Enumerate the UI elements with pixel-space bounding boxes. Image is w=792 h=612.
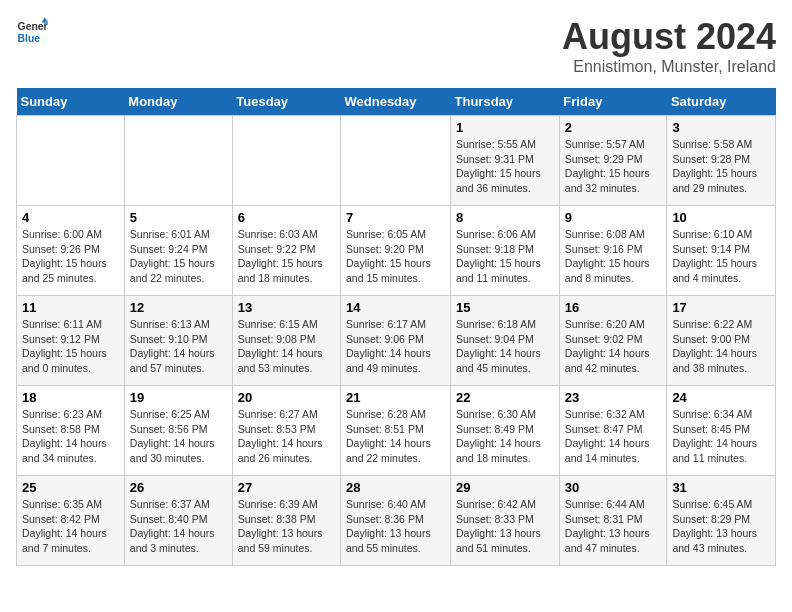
calendar-cell: 25Sunrise: 6:35 AM Sunset: 8:42 PM Dayli… [17, 476, 125, 566]
day-number: 20 [238, 390, 335, 405]
logo-icon: General Blue [16, 16, 48, 48]
day-number: 16 [565, 300, 662, 315]
calendar-cell: 21Sunrise: 6:28 AM Sunset: 8:51 PM Dayli… [341, 386, 451, 476]
header: General Blue August 2024 Ennistimon, Mun… [16, 16, 776, 76]
day-info: Sunrise: 5:58 AM Sunset: 9:28 PM Dayligh… [672, 137, 770, 196]
calendar-cell: 15Sunrise: 6:18 AM Sunset: 9:04 PM Dayli… [451, 296, 560, 386]
calendar-cell: 1Sunrise: 5:55 AM Sunset: 9:31 PM Daylig… [451, 116, 560, 206]
calendar-cell: 19Sunrise: 6:25 AM Sunset: 8:56 PM Dayli… [124, 386, 232, 476]
day-info: Sunrise: 6:28 AM Sunset: 8:51 PM Dayligh… [346, 407, 445, 466]
day-info: Sunrise: 6:35 AM Sunset: 8:42 PM Dayligh… [22, 497, 119, 556]
day-info: Sunrise: 6:34 AM Sunset: 8:45 PM Dayligh… [672, 407, 770, 466]
day-header-thursday: Thursday [451, 88, 560, 116]
day-info: Sunrise: 6:03 AM Sunset: 9:22 PM Dayligh… [238, 227, 335, 286]
days-header-row: SundayMondayTuesdayWednesdayThursdayFrid… [17, 88, 776, 116]
day-info: Sunrise: 6:01 AM Sunset: 9:24 PM Dayligh… [130, 227, 227, 286]
calendar-cell: 17Sunrise: 6:22 AM Sunset: 9:00 PM Dayli… [667, 296, 776, 386]
day-info: Sunrise: 6:10 AM Sunset: 9:14 PM Dayligh… [672, 227, 770, 286]
week-row-3: 11Sunrise: 6:11 AM Sunset: 9:12 PM Dayli… [17, 296, 776, 386]
calendar-cell: 10Sunrise: 6:10 AM Sunset: 9:14 PM Dayli… [667, 206, 776, 296]
day-info: Sunrise: 6:39 AM Sunset: 8:38 PM Dayligh… [238, 497, 335, 556]
day-header-wednesday: Wednesday [341, 88, 451, 116]
svg-text:General: General [18, 21, 48, 32]
day-info: Sunrise: 6:22 AM Sunset: 9:00 PM Dayligh… [672, 317, 770, 376]
day-number: 15 [456, 300, 554, 315]
day-info: Sunrise: 5:57 AM Sunset: 9:29 PM Dayligh… [565, 137, 662, 196]
day-number: 19 [130, 390, 227, 405]
day-number: 27 [238, 480, 335, 495]
day-info: Sunrise: 6:20 AM Sunset: 9:02 PM Dayligh… [565, 317, 662, 376]
day-number: 21 [346, 390, 445, 405]
week-row-2: 4Sunrise: 6:00 AM Sunset: 9:26 PM Daylig… [17, 206, 776, 296]
calendar-cell: 16Sunrise: 6:20 AM Sunset: 9:02 PM Dayli… [559, 296, 667, 386]
day-info: Sunrise: 6:17 AM Sunset: 9:06 PM Dayligh… [346, 317, 445, 376]
calendar-cell: 23Sunrise: 6:32 AM Sunset: 8:47 PM Dayli… [559, 386, 667, 476]
calendar-cell: 5Sunrise: 6:01 AM Sunset: 9:24 PM Daylig… [124, 206, 232, 296]
day-info: Sunrise: 6:00 AM Sunset: 9:26 PM Dayligh… [22, 227, 119, 286]
logo: General Blue [16, 16, 48, 48]
day-number: 17 [672, 300, 770, 315]
day-info: Sunrise: 6:05 AM Sunset: 9:20 PM Dayligh… [346, 227, 445, 286]
day-number: 11 [22, 300, 119, 315]
day-number: 24 [672, 390, 770, 405]
calendar-cell: 27Sunrise: 6:39 AM Sunset: 8:38 PM Dayli… [232, 476, 340, 566]
calendar-cell: 20Sunrise: 6:27 AM Sunset: 8:53 PM Dayli… [232, 386, 340, 476]
calendar-cell: 26Sunrise: 6:37 AM Sunset: 8:40 PM Dayli… [124, 476, 232, 566]
page-subtitle: Ennistimon, Munster, Ireland [562, 58, 776, 76]
day-info: Sunrise: 6:32 AM Sunset: 8:47 PM Dayligh… [565, 407, 662, 466]
day-number: 8 [456, 210, 554, 225]
day-number: 18 [22, 390, 119, 405]
day-number: 5 [130, 210, 227, 225]
day-info: Sunrise: 6:08 AM Sunset: 9:16 PM Dayligh… [565, 227, 662, 286]
day-info: Sunrise: 6:42 AM Sunset: 8:33 PM Dayligh… [456, 497, 554, 556]
day-info: Sunrise: 6:06 AM Sunset: 9:18 PM Dayligh… [456, 227, 554, 286]
calendar-cell: 3Sunrise: 5:58 AM Sunset: 9:28 PM Daylig… [667, 116, 776, 206]
calendar-cell: 6Sunrise: 6:03 AM Sunset: 9:22 PM Daylig… [232, 206, 340, 296]
day-number: 6 [238, 210, 335, 225]
day-info: Sunrise: 6:18 AM Sunset: 9:04 PM Dayligh… [456, 317, 554, 376]
day-number: 25 [22, 480, 119, 495]
calendar-cell: 14Sunrise: 6:17 AM Sunset: 9:06 PM Dayli… [341, 296, 451, 386]
day-number: 1 [456, 120, 554, 135]
calendar-cell: 18Sunrise: 6:23 AM Sunset: 8:58 PM Dayli… [17, 386, 125, 476]
day-header-saturday: Saturday [667, 88, 776, 116]
day-number: 31 [672, 480, 770, 495]
day-number: 28 [346, 480, 445, 495]
calendar-cell: 13Sunrise: 6:15 AM Sunset: 9:08 PM Dayli… [232, 296, 340, 386]
day-header-monday: Monday [124, 88, 232, 116]
day-header-friday: Friday [559, 88, 667, 116]
day-number: 23 [565, 390, 662, 405]
day-header-tuesday: Tuesday [232, 88, 340, 116]
calendar-cell: 24Sunrise: 6:34 AM Sunset: 8:45 PM Dayli… [667, 386, 776, 476]
calendar-cell [232, 116, 340, 206]
calendar-cell [17, 116, 125, 206]
day-number: 2 [565, 120, 662, 135]
day-info: Sunrise: 6:25 AM Sunset: 8:56 PM Dayligh… [130, 407, 227, 466]
day-number: 4 [22, 210, 119, 225]
calendar-cell: 30Sunrise: 6:44 AM Sunset: 8:31 PM Dayli… [559, 476, 667, 566]
day-info: Sunrise: 6:15 AM Sunset: 9:08 PM Dayligh… [238, 317, 335, 376]
day-info: Sunrise: 6:11 AM Sunset: 9:12 PM Dayligh… [22, 317, 119, 376]
day-number: 7 [346, 210, 445, 225]
calendar-cell: 7Sunrise: 6:05 AM Sunset: 9:20 PM Daylig… [341, 206, 451, 296]
calendar-cell: 4Sunrise: 6:00 AM Sunset: 9:26 PM Daylig… [17, 206, 125, 296]
day-info: Sunrise: 6:44 AM Sunset: 8:31 PM Dayligh… [565, 497, 662, 556]
day-info: Sunrise: 6:30 AM Sunset: 8:49 PM Dayligh… [456, 407, 554, 466]
day-number: 30 [565, 480, 662, 495]
calendar-cell: 12Sunrise: 6:13 AM Sunset: 9:10 PM Dayli… [124, 296, 232, 386]
day-number: 3 [672, 120, 770, 135]
calendar-cell: 8Sunrise: 6:06 AM Sunset: 9:18 PM Daylig… [451, 206, 560, 296]
day-info: Sunrise: 6:13 AM Sunset: 9:10 PM Dayligh… [130, 317, 227, 376]
day-number: 9 [565, 210, 662, 225]
calendar-table: SundayMondayTuesdayWednesdayThursdayFrid… [16, 88, 776, 566]
calendar-cell: 11Sunrise: 6:11 AM Sunset: 9:12 PM Dayli… [17, 296, 125, 386]
week-row-5: 25Sunrise: 6:35 AM Sunset: 8:42 PM Dayli… [17, 476, 776, 566]
page-title: August 2024 [562, 16, 776, 58]
calendar-cell: 9Sunrise: 6:08 AM Sunset: 9:16 PM Daylig… [559, 206, 667, 296]
day-info: Sunrise: 6:27 AM Sunset: 8:53 PM Dayligh… [238, 407, 335, 466]
day-info: Sunrise: 6:40 AM Sunset: 8:36 PM Dayligh… [346, 497, 445, 556]
svg-text:Blue: Blue [18, 33, 41, 44]
calendar-cell: 28Sunrise: 6:40 AM Sunset: 8:36 PM Dayli… [341, 476, 451, 566]
week-row-1: 1Sunrise: 5:55 AM Sunset: 9:31 PM Daylig… [17, 116, 776, 206]
day-number: 12 [130, 300, 227, 315]
